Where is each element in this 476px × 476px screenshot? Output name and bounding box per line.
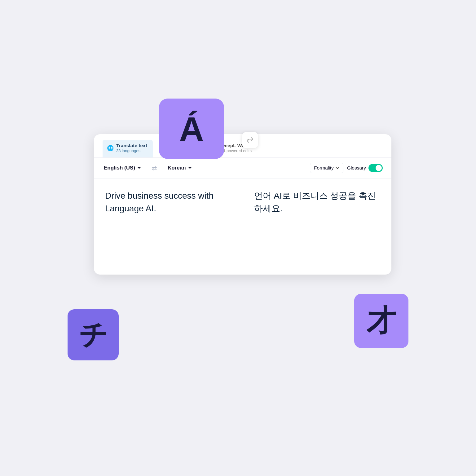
formality-chevron-icon [336, 166, 339, 170]
tile-latin-a-char: Á [179, 109, 204, 148]
swap-inline-icon[interactable]: ⇄ [152, 164, 157, 172]
tile-katakana-right: 才 [354, 294, 408, 348]
glossary-toggle[interactable] [368, 164, 383, 172]
globe-icon: 🌐 [107, 145, 114, 151]
tile-katakana-left-char: チ [79, 316, 108, 354]
tile-latin-a: Á [159, 99, 224, 159]
chevron-down-target-icon [188, 166, 192, 170]
translation-panels: Drive business success with Language AI.… [94, 178, 391, 275]
target-panel: 언어 AI로 비즈니스 성공을 촉진하세요. [243, 178, 392, 275]
formality-label: Formality [314, 165, 334, 171]
tab-deepl-write-sub: AI-powered edits [221, 148, 252, 153]
source-lang-label: English (US) [104, 165, 135, 171]
source-text: Drive business success with Language AI. [105, 191, 214, 213]
tab-translate-text-sub: 33 languages [116, 148, 147, 153]
tab-translate-text[interactable]: 🌐 Translate text 33 languages [103, 140, 153, 157]
swap-top-button[interactable] [242, 132, 258, 148]
chevron-down-icon [137, 166, 141, 170]
formality-button[interactable]: Formality [310, 163, 343, 173]
scene: Á 🌐 Translate text 33 languages 📄 T [68, 99, 408, 377]
glossary-label: Glossary [347, 165, 366, 171]
tab-translate-text-main: Translate text [116, 143, 147, 148]
target-lang-button[interactable]: Korean [166, 163, 193, 173]
glossary-control: Glossary [347, 164, 383, 172]
translator-card: 🌐 Translate text 33 languages 📄 Translat… [94, 134, 391, 275]
tile-katakana-left: チ [68, 309, 119, 360]
controls-row: English (US) ⇄ Korean Formality Glossary [94, 158, 391, 178]
target-lang-label: Korean [168, 165, 186, 171]
target-text: 언어 AI로 비즈니스 성공을 촉진하세요. [254, 191, 376, 213]
source-lang-button[interactable]: English (US) [103, 163, 143, 173]
tile-katakana-right-char: 才 [367, 301, 396, 341]
source-panel[interactable]: Drive business success with Language AI. [94, 178, 243, 275]
